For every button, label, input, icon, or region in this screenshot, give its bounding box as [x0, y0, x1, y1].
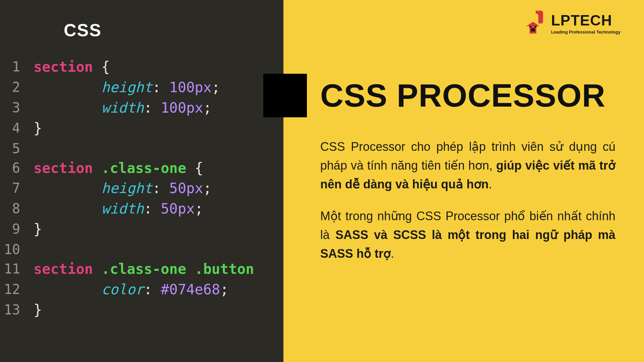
code-line: 12 color: #074e68; — [0, 280, 280, 300]
code-block: 1section {2 height: 100px;3 width: 100px… — [0, 57, 280, 320]
slide: CSS 1section {2 height: 100px;3 width: 1… — [0, 0, 644, 362]
code-title: CSS — [64, 20, 280, 40]
svg-point-1 — [529, 26, 531, 28]
code-content: section { — [34, 57, 110, 77]
svg-rect-0 — [531, 28, 535, 32]
line-number: 2 — [0, 77, 20, 98]
code-line: 2 height: 100px; — [0, 77, 280, 98]
code-line: 6section .class-one { — [0, 158, 280, 179]
line-number: 3 — [0, 98, 20, 118]
code-line: 4} — [0, 118, 280, 139]
code-line: 1section { — [0, 57, 280, 77]
content-panel: LPTECH Leading Professional Technology C… — [283, 0, 644, 362]
line-number: 11 — [0, 259, 20, 280]
line-number: 10 — [0, 240, 20, 259]
line-number: 12 — [0, 280, 20, 300]
code-line: 5 — [0, 139, 280, 158]
logo-text: LPTECH Leading Professional Technology — [551, 13, 621, 34]
code-content: } — [34, 118, 42, 139]
heading-square-icon — [263, 74, 307, 117]
line-number: 4 — [0, 118, 20, 139]
logo-tagline: Leading Professional Technology — [551, 30, 621, 34]
logo-mark-icon — [523, 10, 546, 37]
code-line: 10 — [0, 240, 280, 259]
line-number: 6 — [0, 158, 20, 179]
paragraph: Một trong những CSS Processor phổ biến n… — [320, 207, 615, 263]
code-content: width: 100px; — [34, 98, 212, 118]
svg-point-2 — [535, 26, 537, 28]
code-content: } — [34, 300, 42, 320]
line-number: 8 — [0, 199, 20, 219]
code-line: 8 width: 50px; — [0, 199, 280, 219]
code-panel: CSS 1section {2 height: 100px;3 width: 1… — [0, 0, 283, 362]
code-content: section .class-one .button — [34, 259, 254, 280]
line-number: 9 — [0, 219, 20, 240]
line-number: 1 — [0, 57, 20, 77]
code-line: 9} — [0, 219, 280, 240]
code-content: width: 50px; — [34, 199, 203, 219]
code-content: color: #074e68; — [34, 280, 229, 300]
code-content: height: 100px; — [34, 77, 220, 98]
code-line: 11section .class-one .button — [0, 259, 280, 280]
code-content: } — [34, 219, 42, 240]
code-line: 7 height: 50px; — [0, 178, 280, 199]
logo: LPTECH Leading Professional Technology — [523, 10, 621, 37]
paragraph: CSS Processor cho phép lập trình viên sử… — [320, 137, 615, 193]
code-line: 13} — [0, 300, 280, 320]
logo-name: LPTECH — [551, 13, 621, 28]
page-title: CSS PROCESSOR — [320, 77, 606, 114]
paragraphs: CSS Processor cho phép lập trình viên sử… — [320, 137, 617, 263]
line-number: 5 — [0, 139, 20, 158]
code-content: height: 50px; — [34, 178, 212, 199]
line-number: 13 — [0, 300, 20, 320]
code-content: section .class-one { — [34, 158, 203, 179]
line-number: 7 — [0, 178, 20, 199]
heading-row: CSS PROCESSOR — [263, 74, 617, 117]
code-line: 3 width: 100px; — [0, 98, 280, 118]
